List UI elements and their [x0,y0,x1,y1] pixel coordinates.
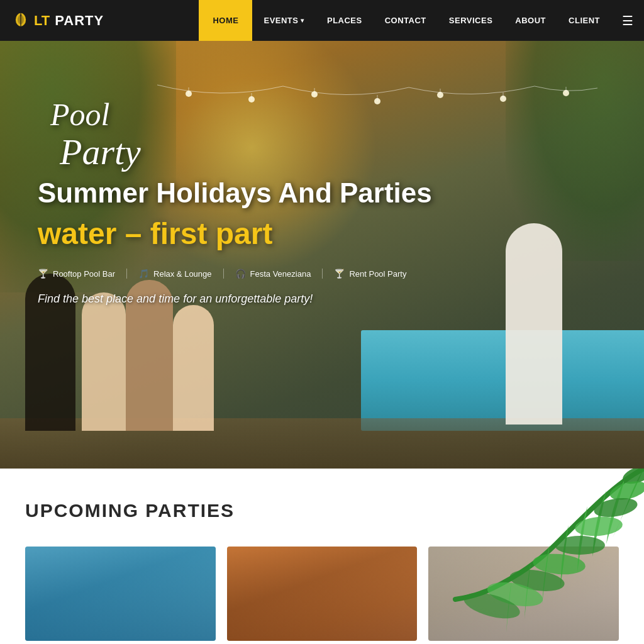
hero-content: Pool Party Summer Holidays And Parties w… [0,60,644,306]
pool-water [361,330,644,431]
script-line2: Party [60,132,606,172]
nav-item-events[interactable]: EVENTS ▾ [252,0,316,41]
party-card-1[interactable] [25,547,216,641]
venue-item-4[interactable]: 🍸 Rent Pool Party [323,269,418,279]
nav-item-services[interactable]: SERVICES [438,0,504,41]
nav-item-contact[interactable]: CONTACT [374,0,438,41]
hero-sub-title: water – first part [38,216,606,251]
nav-item-home[interactable]: HOME [199,0,252,41]
venue-icon-1: 🍸 [38,269,48,279]
upcoming-section: UPCOMING PARTIES [0,469,644,644]
venue-icon-2: 🎵 [138,269,149,279]
hero-script-title: Pool Party [50,97,606,172]
venue-label-4: Rent Pool Party [349,269,406,279]
brand-logo[interactable]: LT PARTY [0,13,116,29]
nav-links: HOME EVENTS ▾ PLACES CONTACT SERVICES AB… [199,0,644,41]
hero-main-title: Summer Holidays And Parties [38,177,606,209]
nav-item-places[interactable]: PLACES [316,0,374,41]
nav-item-about[interactable]: ABOUT [504,0,557,41]
hero-tagline: Find the best place and time for an unfo… [38,292,606,306]
venue-label-3: Festa Veneziana [250,269,311,279]
brand-name: PARTY [55,13,104,29]
upcoming-title: UPCOMING PARTIES [25,500,619,521]
nav-item-client[interactable]: CLIENT [557,0,611,41]
venue-item-2[interactable]: 🎵 Relax & Lounge [127,269,224,279]
svg-point-3 [19,14,21,16]
events-arrow: ▾ [301,17,304,24]
hamburger-button[interactable]: ☰ [611,0,644,41]
brand-lt: LT [34,13,50,29]
party-icon [13,13,29,29]
party-card-3[interactable] [428,547,619,641]
navbar: LT PARTY HOME EVENTS ▾ PLACES CONTACT SE… [0,0,644,41]
venue-label-1: Rooftop Pool Bar [53,269,115,279]
venue-label-2: Relax & Lounge [153,269,212,279]
script-line1: Pool [50,97,606,132]
venue-icon-3: 🎧 [235,269,246,279]
svg-point-18 [620,469,644,487]
venue-item-3[interactable]: 🎧 Festa Veneziana [224,269,323,279]
venue-item-1[interactable]: 🍸 Rooftop Pool Bar [38,269,127,279]
cards-grid [25,547,619,641]
venue-icon-4: 🍸 [334,269,345,279]
party-card-2[interactable] [227,547,418,641]
hero-venues: 🍸 Rooftop Pool Bar 🎵 Relax & Lounge 🎧 Fe… [38,269,606,279]
hero-section: Pool Party Summer Holidays And Parties w… [0,41,644,469]
